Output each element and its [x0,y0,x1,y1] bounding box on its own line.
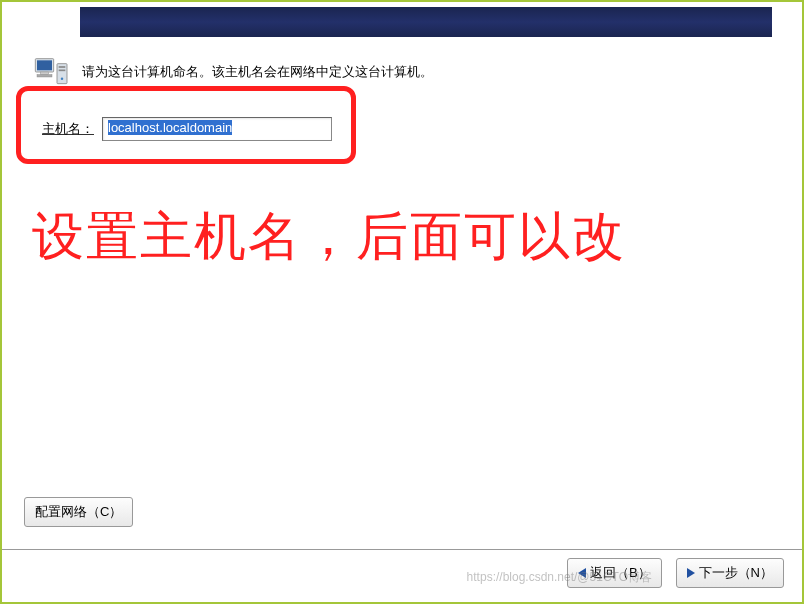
next-button[interactable]: 下一步（N） [676,558,784,588]
footer-divider [2,549,802,550]
hostname-input[interactable]: localhost.localdomain [102,117,332,141]
arrow-left-icon [578,568,586,578]
nav-buttons: 返回（B） 下一步（N） [567,558,784,588]
next-button-label: 下一步（N） [699,564,773,582]
arrow-right-icon [687,568,695,578]
hostname-label: 主机名： [42,120,94,138]
svg-point-7 [61,77,64,80]
svg-rect-6 [59,70,66,72]
svg-rect-2 [40,72,48,75]
hostname-value: localhost.localdomain [108,120,232,135]
back-button[interactable]: 返回（B） [567,558,662,588]
annotation-text: 设置主机名，后面可以改 [32,202,772,272]
svg-rect-5 [59,66,66,68]
content-area: 请为这台计算机命名。该主机名会在网络中定义这台计算机。 主机名： localho… [32,52,772,542]
hostname-row: 主机名： localhost.localdomain [42,117,772,141]
computer-icon [32,52,72,92]
header-bar [80,7,772,37]
instruction-row: 请为这台计算机命名。该主机名会在网络中定义这台计算机。 [32,52,772,92]
back-button-label: 返回（B） [590,564,651,582]
svg-rect-3 [37,75,52,78]
svg-rect-1 [37,60,52,70]
instruction-text: 请为这台计算机命名。该主机名会在网络中定义这台计算机。 [82,63,433,81]
configure-network-button[interactable]: 配置网络（C） [24,497,133,527]
